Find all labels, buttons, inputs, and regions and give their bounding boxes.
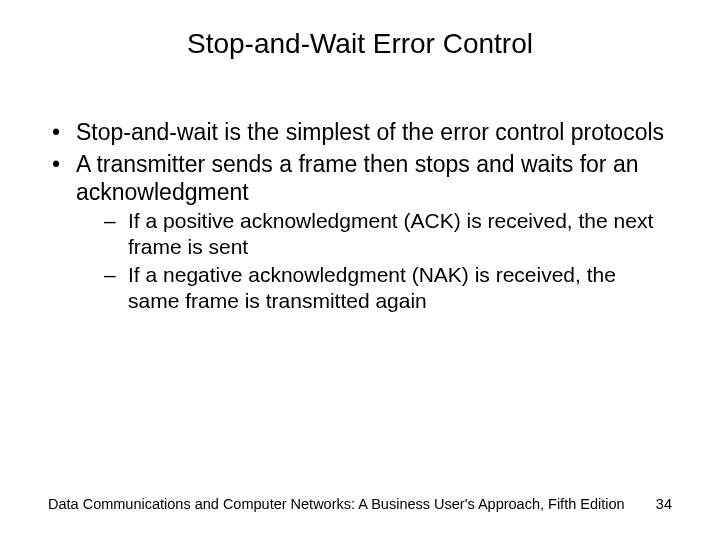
bullet-item: A transmitter sends a frame then stops a… — [48, 150, 672, 314]
sub-bullet-item: If a positive acknowledgment (ACK) is re… — [76, 208, 672, 260]
bullet-text: Stop-and-wait is the simplest of the err… — [76, 119, 664, 145]
footer-page-number: 34 — [656, 496, 672, 512]
sub-bullet-item: If a negative acknowledgment (NAK) is re… — [76, 262, 672, 314]
sub-bullet-text: If a negative acknowledgment (NAK) is re… — [128, 263, 616, 312]
slide-footer: Data Communications and Computer Network… — [48, 496, 672, 512]
bullet-item: Stop-and-wait is the simplest of the err… — [48, 118, 672, 146]
footer-source: Data Communications and Computer Network… — [48, 496, 625, 512]
sub-bullet-text: If a positive acknowledgment (ACK) is re… — [128, 209, 653, 258]
slide-body: Stop-and-wait is the simplest of the err… — [48, 118, 672, 318]
slide-title: Stop-and-Wait Error Control — [0, 28, 720, 60]
sub-bullet-list: If a positive acknowledgment (ACK) is re… — [76, 208, 672, 314]
slide: Stop-and-Wait Error Control Stop-and-wai… — [0, 0, 720, 540]
bullet-list: Stop-and-wait is the simplest of the err… — [48, 118, 672, 314]
bullet-text: A transmitter sends a frame then stops a… — [76, 151, 639, 205]
